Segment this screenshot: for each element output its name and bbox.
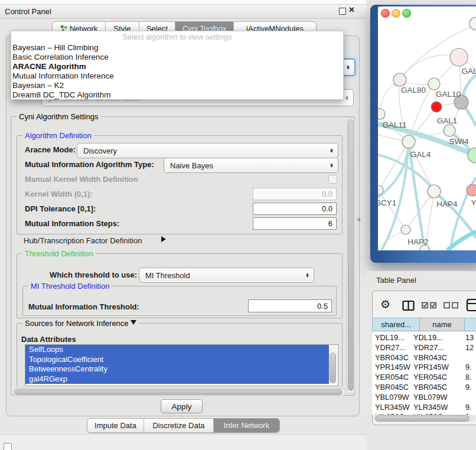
attribute-item[interactable]: SelfLoops (25, 345, 329, 355)
zoom-traffic-button[interactable] (402, 9, 411, 18)
node-HAP4[interactable] (428, 185, 441, 198)
table-horizontal-scrollbar[interactable] (374, 415, 475, 422)
algorithm-option[interactable]: Bayesian – K2 (11, 81, 343, 90)
cell: YDR27... (375, 343, 406, 352)
node-pink-top[interactable] (450, 48, 468, 66)
close-icon[interactable]: ✕ (348, 5, 355, 14)
algorithm-definition-title: Algorithm Definition (22, 131, 94, 140)
mi-steps-label: Mutual Information Steps: (25, 219, 119, 228)
attributes-vertical-scrollbar[interactable] (329, 345, 337, 384)
mi-threshold-group-title: MI Threshold Definition (28, 282, 112, 291)
gear-icon[interactable]: ⚙ (380, 299, 390, 310)
aracne-mode-combobox[interactable]: Discovery ▲▼ (77, 143, 338, 158)
column-header-partial[interactable] (464, 318, 476, 331)
select-all-checkboxes-icon[interactable] (422, 302, 438, 309)
cell: 9. (465, 383, 472, 392)
cell: YER054C (413, 373, 447, 381)
table-row[interactable]: YER054CYER054C8. (372, 373, 476, 383)
network-canvas[interactable]: GAL80GAL10GAL11GAL1GAL4GCY1HAP4HAP2SWI4G… (378, 6, 476, 250)
cell: 9. (465, 403, 472, 412)
attribute-item[interactable]: BetweennessCentrality (25, 364, 329, 374)
table-mode-icon[interactable] (466, 298, 476, 313)
threshold-definition-title: Threshold Definition (22, 249, 96, 258)
float-window-icon[interactable] (339, 8, 346, 15)
aracne-mode-label: Aracne Mode: (25, 145, 76, 154)
table-panel-titlebar: Table Panel (366, 271, 476, 289)
algorithm-option[interactable]: Mutual Information Inference (11, 71, 343, 81)
settings-vertical-scrollbar[interactable] (347, 118, 355, 394)
node-label: GAL4 (410, 150, 431, 159)
node-pink-right[interactable] (467, 184, 476, 196)
which-threshold-combobox[interactable]: MI Threshold ▲▼ (139, 268, 314, 283)
minimize-traffic-button[interactable] (392, 9, 400, 18)
table-row[interactable]: YBL079WYBL079W (372, 393, 476, 403)
cell: YBR045C (375, 383, 409, 392)
attribute-item[interactable]: gal4RGexp (25, 374, 329, 384)
mi-algorithm-type-combobox[interactable]: Naive Bayes ▲▼ (164, 158, 338, 173)
algorithm-option[interactable]: Bayesian – Hill Climbing (11, 43, 343, 53)
combo-arrows-icon: ▲▼ (346, 65, 350, 70)
hub-definition-label[interactable]: Hub/Transcription Factor Definition (24, 236, 142, 245)
mi-steps-value: 6 (328, 219, 332, 228)
expand-arrow-icon[interactable] (161, 236, 166, 242)
tab-label: Discretize Data (152, 421, 204, 430)
table-row[interactable]: YPR145WYPR145W9. (372, 363, 476, 373)
node-partial-top[interactable] (470, 17, 476, 30)
column-header-shared-name[interactable]: shared... (372, 318, 420, 331)
node-red[interactable] (431, 102, 442, 112)
splitter-collapse-icon[interactable] (357, 217, 360, 222)
kernel-width-label: Kernel Width (0,1): (25, 190, 93, 198)
node-label: Y (471, 198, 476, 207)
table-row[interactable]: YDR27...YDR27...12 (372, 343, 476, 353)
node-GAL1[interactable] (444, 125, 455, 136)
combo-arrows-icon: ▲▼ (345, 96, 349, 100)
column-browser-icon[interactable] (402, 300, 415, 312)
table-row[interactable]: YBR043CYBR043C (372, 353, 476, 363)
node-GAL11[interactable] (378, 109, 385, 119)
apply-button[interactable]: Apply (161, 399, 203, 413)
table-rows: YDL19...YDL19...13YDR27...YDR27...12YBR0… (372, 332, 476, 415)
cell: YLR345W (413, 403, 448, 412)
node-label: HAP2 (407, 237, 428, 246)
collapsed-panel-icon[interactable] (4, 443, 12, 450)
control-panel-titlebar: Control Panel (0, 5, 366, 19)
node-GAL4[interactable] (402, 135, 415, 148)
node-label: GAL10 (436, 90, 461, 99)
algorithm-option[interactable]: Basic Correlation Inference (11, 53, 343, 62)
table-row[interactable]: YBR045CYBR045C9. (372, 383, 476, 393)
combo-arrows-icon: ▲▼ (305, 273, 309, 278)
column-header-name[interactable]: name (419, 318, 465, 331)
cell: 13 (465, 333, 474, 342)
table-row[interactable]: YLR345WYLR345W9. (372, 403, 476, 413)
cell: YBR043C (375, 353, 409, 362)
node-HAP2[interactable] (401, 225, 410, 234)
algorithm-dropdown-list: Select algorithm to view settings Bayesi… (11, 31, 344, 100)
kernel-width-value: 0.0 (322, 190, 332, 198)
collapse-arrow-icon[interactable] (131, 320, 136, 325)
tab-discretize-data[interactable]: Discretize Data (144, 419, 214, 432)
node-label: GAL80 (401, 86, 426, 94)
manual-kernel-checkbox[interactable] (328, 175, 337, 184)
mi-threshold-label: Mutual Information Threshold: (28, 302, 139, 311)
apply-button-label: Apply (172, 402, 192, 411)
tab-impute-data[interactable]: Impute Data (87, 419, 144, 432)
algorithm-option[interactable]: Dream8 DC_TDC Algorithm (11, 90, 343, 100)
node-GAL80[interactable] (393, 73, 406, 86)
data-attributes-label: Data Attributes (21, 335, 76, 344)
deselect-all-checkboxes-icon[interactable] (444, 302, 460, 309)
mi-threshold-field[interactable]: 0.5 (248, 299, 332, 312)
algorithm-option[interactable]: ARACNE Algorithm (11, 62, 343, 71)
settings-horizontal-scrollbar[interactable] (12, 388, 345, 396)
cell: YBL079W (413, 393, 448, 402)
data-attributes-list[interactable]: SelfLoopsTopologicalCoefficientBetweenne… (25, 344, 338, 386)
kernel-width-field[interactable]: 0.0 (253, 188, 337, 200)
dpi-tolerance-field[interactable]: 0.0 (253, 203, 337, 215)
mi-steps-field[interactable]: 6 (253, 217, 337, 230)
cyni-mode-tabs: Impute DataDiscretize DataInfer Network (87, 418, 280, 433)
tab-infer-network[interactable]: Infer Network (214, 419, 279, 432)
attribute-item[interactable]: TopologicalCoefficient (25, 355, 329, 365)
table-row[interactable]: YDL19...YDL19...13 (372, 333, 476, 343)
cell: YDL19... (413, 333, 443, 342)
close-traffic-button[interactable] (381, 9, 390, 18)
node-GAL10[interactable] (428, 78, 440, 90)
